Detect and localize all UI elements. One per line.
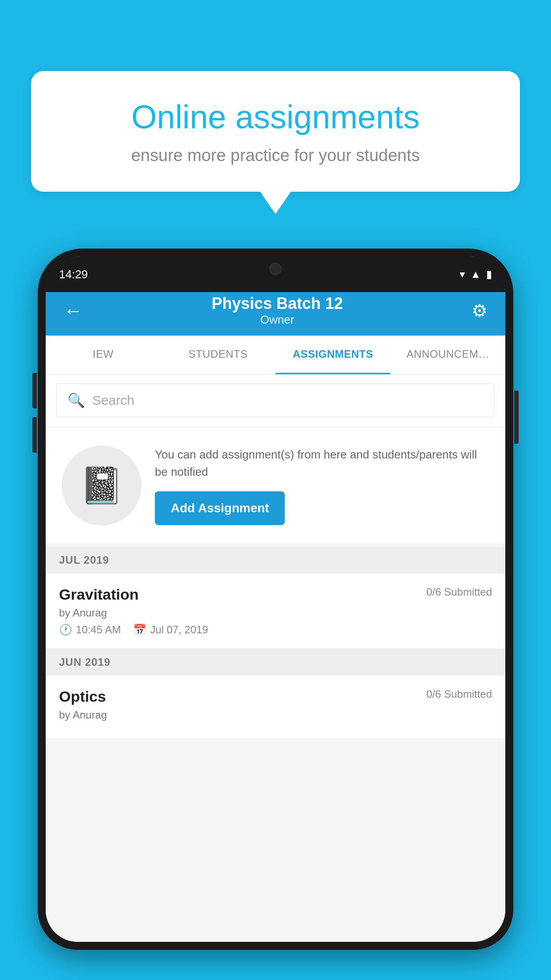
assignment-name: Gravitation xyxy=(59,586,138,603)
notebook-icon: 📓 xyxy=(79,465,124,506)
assignment-time: 10:45 AM xyxy=(76,624,121,636)
assignment-item-header-optics: Optics 0/6 Submitted xyxy=(59,688,492,705)
assignment-icon-circle: 📓 xyxy=(62,446,142,526)
notch xyxy=(227,257,324,281)
section-header-jul: JUL 2019 xyxy=(46,547,505,573)
assignment-info: You can add assignment(s) from here and … xyxy=(155,446,489,525)
speech-bubble: Online assignments ensure more practice … xyxy=(31,71,520,192)
assignment-author: by Anurag xyxy=(59,607,492,619)
search-bar[interactable]: 🔍 Search xyxy=(56,383,495,417)
assignment-item-optics[interactable]: Optics 0/6 Submitted by Anurag xyxy=(46,676,505,739)
bubble-subtitle: ensure more practice for your students xyxy=(67,146,484,165)
settings-icon[interactable]: ⚙ xyxy=(472,300,488,321)
assignment-name-optics: Optics xyxy=(59,688,106,705)
tab-students[interactable]: STUDENTS xyxy=(161,336,276,374)
calendar-icon: 📅 xyxy=(133,624,146,636)
assignment-time-meta: 🕐 10:45 AM xyxy=(59,624,121,636)
bubble-title: Online assignments xyxy=(67,98,484,137)
batch-subtitle: Owner xyxy=(212,313,343,327)
assignment-item-gravitation[interactable]: Gravitation 0/6 Submitted by Anurag 🕐 10… xyxy=(46,573,505,649)
add-assignment-button[interactable]: Add Assignment xyxy=(155,491,285,525)
power-button[interactable] xyxy=(514,391,519,444)
add-assignment-section: 📓 You can add assignment(s) from here an… xyxy=(46,428,505,543)
back-button[interactable]: ← xyxy=(63,300,83,322)
assignment-date: Jul 07, 2019 xyxy=(150,624,208,636)
assignment-submitted-optics: 0/6 Submitted xyxy=(426,688,492,700)
status-icons: ▾ ▲ ▮ xyxy=(460,268,492,281)
assignment-meta: 🕐 10:45 AM 📅 Jul 07, 2019 xyxy=(59,624,492,636)
tabs-bar: IEW STUDENTS ASSIGNMENTS ANNOUNCEM… xyxy=(46,336,505,375)
phone-container: 14:29 ▾ ▲ ▮ ← Physics Batch 12 Owner ⚙ xyxy=(38,249,513,980)
camera xyxy=(269,263,282,275)
phone-screen: ← Physics Batch 12 Owner ⚙ IEW STUDENTS … xyxy=(46,257,505,942)
volume-down-button[interactable] xyxy=(32,417,37,453)
section-header-jun: JUN 2019 xyxy=(46,649,505,676)
assignment-description: You can add assignment(s) from here and … xyxy=(155,446,489,481)
volume-up-button[interactable] xyxy=(32,373,37,408)
signal-icon: ▲ xyxy=(470,268,481,281)
status-bar: 14:29 ▾ ▲ ▮ xyxy=(46,257,505,292)
wifi-icon: ▾ xyxy=(460,268,465,281)
search-placeholder: Search xyxy=(92,393,134,408)
speech-bubble-container: Online assignments ensure more practice … xyxy=(31,71,520,192)
header-center: Physics Batch 12 Owner xyxy=(212,294,343,327)
search-bar-container: 🔍 Search xyxy=(46,375,505,426)
assignment-author-optics: by Anurag xyxy=(59,709,492,721)
content-area: 🔍 Search 📓 You can add assignment(s) fro… xyxy=(46,375,505,942)
search-icon: 🔍 xyxy=(67,392,85,409)
clock-icon: 🕐 xyxy=(59,624,72,636)
battery-icon: ▮ xyxy=(486,268,492,281)
assignment-item-header: Gravitation 0/6 Submitted xyxy=(59,586,492,603)
assignment-date-meta: 📅 Jul 07, 2019 xyxy=(133,624,208,636)
phone-outer: 14:29 ▾ ▲ ▮ ← Physics Batch 12 Owner ⚙ xyxy=(38,249,513,950)
assignment-submitted: 0/6 Submitted xyxy=(426,586,492,598)
tab-assignments[interactable]: ASSIGNMENTS xyxy=(276,336,390,374)
tab-announcements[interactable]: ANNOUNCEM… xyxy=(390,336,505,374)
tab-overview[interactable]: IEW xyxy=(46,336,161,374)
status-time: 14:29 xyxy=(59,268,88,281)
batch-title: Physics Batch 12 xyxy=(212,294,343,313)
